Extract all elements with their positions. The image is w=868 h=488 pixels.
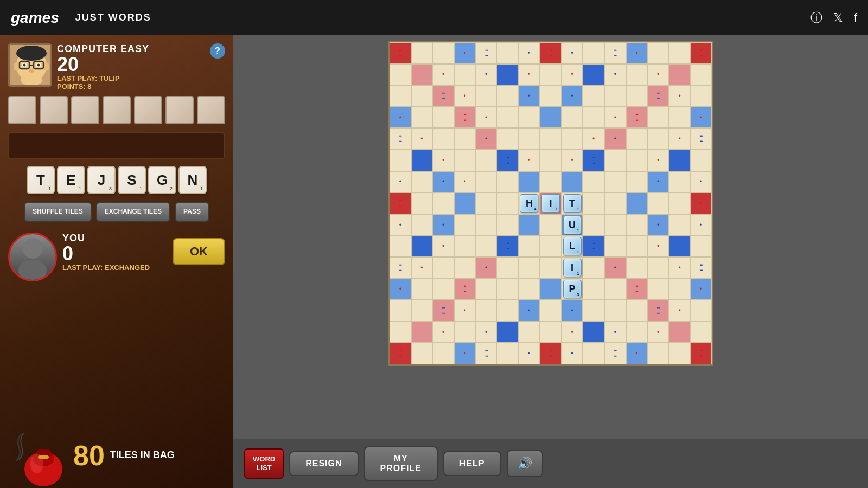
board-cell-10-12[interactable] bbox=[647, 257, 669, 279]
board-cell-6-3[interactable]: • bbox=[454, 171, 476, 193]
board-cell-12-4[interactable] bbox=[475, 300, 497, 322]
board-cell-11-2[interactable] bbox=[432, 279, 454, 300]
board-cell-6-9[interactable] bbox=[583, 171, 604, 193]
board-cell-7-14[interactable]: • bbox=[690, 192, 712, 214]
board-cell-8-11[interactable] bbox=[626, 214, 648, 236]
board-cell-14-6[interactable]: • bbox=[519, 343, 540, 364]
board-cell-1-5[interactable] bbox=[497, 64, 519, 86]
board-cell-7-13[interactable] bbox=[669, 192, 691, 214]
board-cell-4-10[interactable]: • bbox=[604, 128, 626, 150]
board-cell-8-3[interactable] bbox=[454, 214, 476, 236]
board-cell-7-8[interactable]: T1 bbox=[561, 192, 583, 214]
board-cell-13-1[interactable] bbox=[411, 322, 433, 343]
board-cell-12-1[interactable] bbox=[411, 300, 433, 322]
board-cell-14-9[interactable] bbox=[583, 343, 604, 364]
board-cell-3-4[interactable]: • bbox=[475, 107, 497, 129]
board-cell-2-7[interactable] bbox=[540, 85, 561, 107]
board-cell-12-10[interactable] bbox=[604, 300, 626, 322]
board-cell-9-10[interactable] bbox=[604, 235, 626, 257]
board-cell-12-3[interactable]: • bbox=[454, 300, 476, 322]
board-tile-L[interactable]: L1 bbox=[563, 237, 582, 255]
board-cell-11-11[interactable]: •••• bbox=[626, 279, 648, 300]
board-cell-9-0[interactable] bbox=[390, 235, 411, 257]
board-cell-10-10[interactable]: • bbox=[604, 257, 626, 279]
board-cell-1-11[interactable] bbox=[626, 64, 648, 86]
board-cell-13-12[interactable]: • bbox=[647, 322, 669, 343]
board-cell-9-11[interactable] bbox=[626, 235, 648, 257]
board-cell-6-0[interactable]: • bbox=[390, 171, 411, 193]
board-cell-1-1[interactable] bbox=[411, 64, 433, 86]
board-cell-10-8[interactable]: I1 bbox=[561, 257, 583, 279]
board-cell-11-9[interactable] bbox=[583, 279, 604, 300]
board-cell-10-5[interactable] bbox=[497, 257, 519, 279]
board-cell-4-14[interactable]: •••• bbox=[690, 128, 712, 150]
board-cell-0-2[interactable] bbox=[432, 42, 454, 64]
board-cell-7-3[interactable] bbox=[454, 192, 476, 214]
board-cell-14-14[interactable]: •••• bbox=[690, 343, 712, 364]
board-cell-0-9[interactable] bbox=[583, 42, 604, 64]
board-cell-0-8[interactable]: • bbox=[561, 42, 583, 64]
board-cell-8-0[interactable]: • bbox=[390, 214, 411, 236]
board-cell-2-1[interactable] bbox=[411, 85, 433, 107]
board-cell-1-14[interactable] bbox=[690, 64, 712, 86]
board-cell-13-13[interactable] bbox=[669, 322, 691, 343]
board-cell-13-3[interactable] bbox=[454, 322, 476, 343]
board-cell-8-12[interactable]: • bbox=[647, 214, 669, 236]
board-cell-13-7[interactable] bbox=[540, 322, 561, 343]
board-cell-7-11[interactable] bbox=[626, 192, 648, 214]
board-cell-10-9[interactable] bbox=[583, 257, 604, 279]
board-cell-13-8[interactable]: • bbox=[561, 322, 583, 343]
board-cell-2-2[interactable]: •••• bbox=[432, 85, 454, 107]
board-cell-14-0[interactable]: •••• bbox=[390, 343, 411, 364]
board-cell-3-9[interactable] bbox=[583, 107, 604, 129]
board-cell-5-12[interactable]: • bbox=[647, 150, 669, 171]
board-cell-2-10[interactable] bbox=[604, 85, 626, 107]
board-cell-14-4[interactable]: •••• bbox=[475, 343, 497, 364]
board-cell-7-12[interactable] bbox=[647, 192, 669, 214]
board-cell-4-11[interactable] bbox=[626, 128, 648, 150]
board-cell-10-7[interactable] bbox=[540, 257, 561, 279]
board-cell-13-10[interactable]: • bbox=[604, 322, 626, 343]
board-cell-0-10[interactable]: •••• bbox=[604, 42, 626, 64]
board-cell-6-2[interactable]: • bbox=[432, 171, 454, 193]
sound-button[interactable]: 🔊 bbox=[507, 450, 543, 477]
help-button[interactable]: Help bbox=[443, 451, 501, 476]
board-cell-2-5[interactable] bbox=[497, 85, 519, 107]
board-cell-14-8[interactable]: • bbox=[561, 343, 583, 364]
board-cell-2-11[interactable] bbox=[626, 85, 648, 107]
board-cell-7-4[interactable] bbox=[475, 192, 497, 214]
board-cell-3-11[interactable]: •••• bbox=[626, 107, 648, 129]
board-cell-8-14[interactable]: • bbox=[690, 214, 712, 236]
board-cell-5-5[interactable]: •••• bbox=[497, 150, 519, 171]
board-cell-10-2[interactable] bbox=[432, 257, 454, 279]
board-cell-13-5[interactable] bbox=[497, 322, 519, 343]
board-cell-2-0[interactable] bbox=[390, 85, 411, 107]
board-cell-8-13[interactable] bbox=[669, 214, 691, 236]
board-cell-4-13[interactable]: • bbox=[669, 128, 691, 150]
info-icon[interactable]: ⓘ bbox=[810, 10, 822, 26]
shuffle-tiles-button[interactable]: Shuffle Tiles bbox=[24, 202, 92, 222]
board-cell-6-11[interactable] bbox=[626, 171, 648, 193]
board-cell-14-11[interactable]: • bbox=[626, 343, 648, 364]
board-cell-1-2[interactable]: • bbox=[432, 64, 454, 86]
board-cell-12-5[interactable] bbox=[497, 300, 519, 322]
my-profile-button[interactable]: MyProfile bbox=[364, 446, 438, 481]
facebook-icon[interactable]: f bbox=[854, 11, 857, 25]
board-cell-5-13[interactable] bbox=[669, 150, 691, 171]
exchange-tiles-button[interactable]: Exchange Tiles bbox=[96, 202, 170, 222]
pass-button[interactable]: Pass bbox=[175, 202, 209, 222]
board-cell-2-14[interactable] bbox=[690, 85, 712, 107]
board-cell-5-7[interactable] bbox=[540, 150, 561, 171]
board-cell-9-9[interactable]: •••• bbox=[583, 235, 604, 257]
board-cell-11-3[interactable]: •••• bbox=[454, 279, 476, 300]
word-input-field[interactable] bbox=[8, 132, 225, 159]
board-cell-0-0[interactable]: •••• bbox=[390, 42, 411, 64]
player-tile-J[interactable]: J 8 bbox=[87, 166, 116, 194]
board-cell-14-1[interactable] bbox=[411, 343, 433, 364]
board-cell-2-3[interactable]: • bbox=[454, 85, 476, 107]
board-cell-13-9[interactable] bbox=[583, 322, 604, 343]
board-cell-0-6[interactable]: • bbox=[519, 42, 540, 64]
board-cell-1-8[interactable]: • bbox=[561, 64, 583, 86]
board-cell-7-9[interactable] bbox=[583, 192, 604, 214]
board-cell-3-1[interactable] bbox=[411, 107, 433, 129]
